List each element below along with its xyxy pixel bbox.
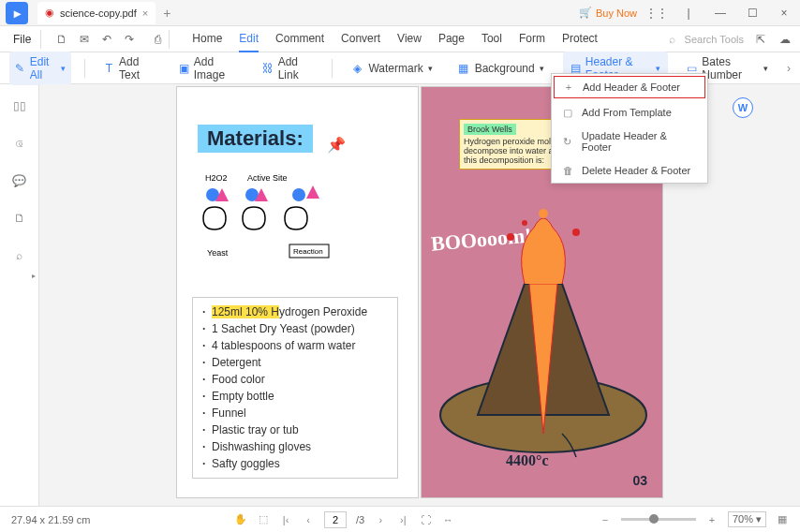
watermark-icon: ◈ [350,62,363,75]
tab-view[interactable]: View [397,26,422,52]
link-icon: ⛓ [262,62,274,75]
highlighted-text: 125ml 10% H [212,305,279,318]
trash-icon: 🗑 [561,164,574,177]
svg-marker-5 [306,185,319,199]
watermark-button[interactable]: ◈ Watermark ▾ [345,58,437,79]
add-tab-button[interactable]: + [163,6,170,21]
zoom-in-icon[interactable]: + [705,513,719,526]
mail-icon[interactable]: ✉ [77,32,92,47]
scroll-right-icon[interactable]: › [787,62,791,75]
background-button[interactable]: ▦ Background ▾ [452,58,550,79]
bookmark-icon[interactable]: ⟃ [11,135,28,152]
fit-page-icon[interactable]: ⛶ [419,513,432,526]
share-icon[interactable]: ⇱ [753,32,768,47]
expand-sidebar-icon[interactable]: ▸ [32,272,39,309]
search-panel-icon[interactable]: ⌕ [11,247,28,264]
titlebar: ▸ ◉ science-copy.pdf × + 🛒 Buy Now ⋮⋮ | … [0,0,800,26]
chevron-down-icon: ▾ [763,64,768,73]
maximize-button[interactable]: ☐ [740,3,764,23]
delete-header-footer-item[interactable]: 🗑 Delete Header & Footer [552,158,707,183]
divider [40,30,41,49]
zoom-slider[interactable] [621,518,696,521]
first-page-icon[interactable]: |‹ [279,513,292,526]
add-header-footer-item[interactable]: + Add Header & Footer [554,76,705,98]
total-pages: /3 [356,514,364,525]
tab-convert[interactable]: Convert [341,26,380,52]
print-icon[interactable]: ⎙ [150,32,165,47]
text-icon: T [104,62,114,75]
buy-now-link[interactable]: 🛒 Buy Now [579,7,637,19]
attachments-icon[interactable]: 🗋 [11,210,28,227]
redo-icon[interactable]: ↷ [122,32,137,47]
main-tabs: Home Edit Comment Convert View Page Tool… [192,26,598,52]
view-mode-icon[interactable]: ▦ [776,513,789,526]
page-number-input[interactable] [324,511,347,528]
add-text-button[interactable]: T Add Text [98,52,160,85]
yeast-label: Yeast [207,248,229,258]
add-from-template-item[interactable]: ▢ Add From Template [552,100,707,125]
tab-page[interactable]: Page [438,26,465,52]
add-link-button[interactable]: ⛓ Add Link [257,52,319,85]
active-site-label: Active Site [247,173,288,183]
zoom-select[interactable]: 70% ▾ [728,511,766,527]
tab-protect[interactable]: Protect [562,26,598,52]
pin-icon: 📌 [327,136,346,154]
svg-point-11 [522,220,527,226]
page-left[interactable]: Materials: 📌 H2O2 Active Site Yeast Reac… [176,86,419,498]
next-page-icon[interactable]: › [374,513,387,526]
note-author: Brook Wells [464,124,516,135]
document-tab[interactable]: ◉ science-copy.pdf × [37,2,156,24]
left-sidebar: ▯▯ ⟃ 💬 🗋 ⌕ ▸ [0,84,39,506]
tab-form[interactable]: Form [519,26,545,52]
zoom-out-icon[interactable]: − [599,513,612,526]
app-icon: ▸ [6,2,28,24]
select-tool-icon[interactable]: ⬚ [257,513,270,526]
plus-icon: + [562,81,575,94]
hand-tool-icon[interactable]: ✋ [234,513,247,526]
update-header-footer-item[interactable]: ↻ Upadate Header & Footer [552,125,707,158]
menubar: File 🗋 ✉ ↶ ↷ ⎙ Home Edit Comment Convert… [0,26,800,52]
close-window-button[interactable]: × [772,3,796,23]
volcano-illustration [431,200,656,462]
zoom-thumb[interactable] [649,514,659,524]
thumbnails-icon[interactable]: ▯▯ [11,97,28,114]
enzyme-diagram: H2O2 Active Site Yeast Reaction [196,171,346,265]
background-icon: ▦ [457,62,470,75]
page-number: 03 [632,473,647,488]
tab-edit[interactable]: Edit [239,26,259,52]
minimize-button[interactable]: — [708,3,733,23]
word-export-badge[interactable]: W [733,97,753,118]
add-image-button[interactable]: ▣ Add Image [172,52,243,85]
last-page-icon[interactable]: ›| [396,513,409,526]
tab-comment[interactable]: Comment [275,26,324,52]
save-icon[interactable]: 🗋 [54,32,69,47]
edit-all-button[interactable]: ✎ Edit All ▾ [9,52,71,85]
list-item: Empty bottle [202,388,388,405]
list-item: 1 Sachet Dry Yeast (powder) [202,320,388,337]
cloud-icon[interactable]: ☁ [778,32,793,47]
chevron-down-icon: ▾ [61,64,66,73]
svg-point-8 [507,233,514,241]
edit-icon: ✎ [15,62,25,75]
refresh-icon: ↻ [561,135,574,148]
fit-width-icon[interactable]: ↔ [441,513,454,526]
comments-icon[interactable]: 💬 [11,172,28,189]
close-tab-icon[interactable]: × [142,7,148,19]
chevron-down-icon: ▾ [540,64,544,73]
list-item: Plastic tray or tub [202,421,388,438]
materials-heading: Materials: [198,125,313,153]
tab-home[interactable]: Home [192,26,222,52]
list-item: Food color [202,371,388,388]
list-item: Dishwashing gloves [202,438,388,455]
tab-tool[interactable]: Tool [481,26,502,52]
header-footer-dropdown: + Add Header & Footer ▢ Add From Templat… [551,73,708,184]
settings-icon[interactable]: ⋮⋮ [644,3,669,23]
search-tools[interactable]: Search Tools [685,34,744,45]
chevron-down-icon: ▾ [428,64,433,73]
svg-point-10 [539,209,548,218]
file-menu[interactable]: File [7,33,37,46]
undo-icon[interactable]: ↶ [99,32,114,47]
page-dimensions: 27.94 x 21.59 cm [11,514,90,525]
svg-point-9 [572,229,580,236]
prev-page-icon[interactable]: ‹ [302,513,315,526]
